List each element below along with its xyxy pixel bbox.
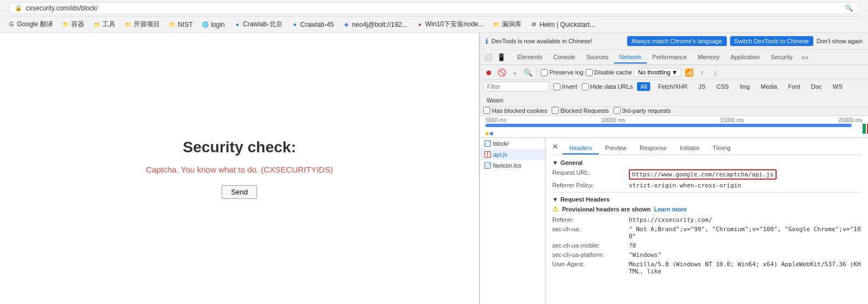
match-language-button[interactable]: Always match Chrome's language <box>627 36 727 46</box>
bookmark-helm[interactable]: ⚙ Helm | Quickstart... <box>527 19 599 30</box>
timeline-blue-bar <box>485 124 852 127</box>
collapse-req-headers-icon[interactable]: ▼ <box>552 196 558 203</box>
third-party-label[interactable]: 3rd-party requests <box>614 107 671 114</box>
preserve-log-text: Preserve log <box>549 69 583 76</box>
file-icon-error: ! <box>484 151 491 158</box>
referer-row: Referer: https://cxsecurity.com/ <box>552 215 861 225</box>
has-blocked-cookies-label[interactable]: Has blocked cookies <box>483 107 547 114</box>
record-button[interactable]: ⏺ <box>483 67 494 78</box>
tab-preview[interactable]: Preview <box>599 142 633 154</box>
filter-type-font[interactable]: Font <box>785 82 803 91</box>
bookmark-google-translate[interactable]: G Google 翻译 <box>4 18 56 31</box>
bookmark-neo4j[interactable]: ◆ neo4j@bolt://192... <box>339 19 410 30</box>
throttling-text: No throttling <box>638 69 670 76</box>
filter-type-doc[interactable]: Doc <box>808 82 825 91</box>
address-bar[interactable]: 🔒 cxsecurity.com/ids/block/ 🔍 <box>9 2 859 14</box>
filter-type-ws[interactable]: WS <box>830 82 846 91</box>
has-blocked-cookies-text: Has blocked cookies <box>492 107 547 114</box>
devtools-action-icons: ⬜ 📱 <box>482 51 507 64</box>
blocked-requests-label[interactable]: Blocked Requests <box>552 107 609 114</box>
bookmark-win10-node[interactable]: ● Win10下安装node... <box>413 18 487 31</box>
general-section-header[interactable]: ▼ General <box>552 159 861 166</box>
import-har-icon[interactable]: ↑ <box>697 67 708 78</box>
filter-type-img[interactable]: Img <box>737 82 753 91</box>
filter-type-media[interactable]: Media <box>757 82 780 91</box>
preserve-log-checkbox[interactable] <box>541 69 548 76</box>
bookmark-container[interactable]: 📁 容器 <box>59 18 88 31</box>
referrer-policy-row: Referrer Policy: strict-origin-when-cros… <box>552 181 861 190</box>
referrer-policy-label: Referrer Policy: <box>552 182 629 188</box>
device-toolbar-icon[interactable]: 📱 <box>495 51 507 64</box>
more-tabs-button[interactable]: >> <box>798 52 812 63</box>
bookmark-label: Helm | Quickstart... <box>540 21 595 28</box>
file-item-favicon[interactable]: 📄 favicon.ico <box>480 160 545 171</box>
filter-type-wasm[interactable]: Wasm <box>483 96 507 105</box>
user-agent-value: Mozilla/5.0 (Windows NT 10.0; Win64; x64… <box>629 261 861 275</box>
clear-button[interactable]: 🚫 <box>496 67 507 78</box>
invert-filter-label[interactable]: Invert <box>553 83 577 90</box>
invert-checkbox[interactable] <box>553 83 560 90</box>
learn-more-link[interactable]: Learn more <box>654 206 687 213</box>
filter-type-js[interactable]: JS <box>695 82 709 91</box>
warning-icon: ⚠ <box>552 205 559 213</box>
third-party-checkbox[interactable] <box>614 107 621 114</box>
tab-initiator[interactable]: Initiator <box>673 142 706 154</box>
section-divider <box>552 192 861 193</box>
sec-ch-ua-platform-value: "Windows" <box>629 251 662 259</box>
collapse-general-icon[interactable]: ▼ <box>552 159 558 166</box>
disable-cache-label[interactable]: Disable cache <box>586 69 632 76</box>
file-item-api-js[interactable]: ! api.js <box>480 149 545 160</box>
tab-memory[interactable]: Memory <box>692 51 725 64</box>
filter-icon-btn[interactable]: ⬦ <box>510 67 520 78</box>
tab-security[interactable]: Security <box>765 51 798 64</box>
filter-input[interactable] <box>483 82 549 91</box>
export-har-icon[interactable]: ↓ <box>710 67 721 78</box>
disable-cache-checkbox[interactable] <box>586 69 593 76</box>
request-url-row: Request URL: https://www.google.com/reca… <box>552 168 861 181</box>
bookmark-crawlab-beijing[interactable]: ● Crawlab-北京 <box>230 18 286 31</box>
filter-type-css[interactable]: CSS <box>713 82 732 91</box>
switch-to-chinese-button[interactable]: Switch DevTools to Chinese <box>730 36 813 46</box>
bookmark-tools[interactable]: 📁 工具 <box>90 18 119 31</box>
network-conditions-icon[interactable]: 📶 <box>684 67 695 78</box>
hide-data-urls-checkbox[interactable] <box>582 83 589 90</box>
tab-elements[interactable]: Elements <box>512 51 548 64</box>
tab-sources[interactable]: Sources <box>581 51 614 64</box>
helm-icon: ⚙ <box>530 21 538 28</box>
close-panel-icon[interactable]: ✕ <box>552 142 558 154</box>
filter-type-all[interactable]: All <box>637 82 650 91</box>
preserve-log-label[interactable]: Preserve log <box>541 69 583 76</box>
request-url-value: https://www.google.com/recaptcha/api.js <box>629 169 777 180</box>
request-headers-section-header[interactable]: ▼ Request Headers <box>552 196 861 203</box>
dont-show-again-button[interactable]: Don't show again <box>817 38 863 44</box>
has-blocked-cookies-checkbox[interactable] <box>483 107 490 114</box>
neo4j-icon: ◆ <box>343 21 350 28</box>
bookmark-vulndb[interactable]: 📁 漏洞库 <box>489 18 525 31</box>
file-name: block/ <box>493 140 509 147</box>
hide-data-urls-label[interactable]: Hide data URLs <box>582 83 633 90</box>
file-item-block[interactable]: 📄 block/ <box>480 138 545 149</box>
tab-application[interactable]: Application <box>725 51 766 64</box>
inspect-element-icon[interactable]: ⬜ <box>482 51 494 64</box>
filter-type-fetch-xhr[interactable]: Fetch/XHR <box>655 82 691 91</box>
tab-timing[interactable]: Timing <box>706 142 737 154</box>
bookmark-login[interactable]: 🌐 login <box>198 19 228 30</box>
bookmark-crawlab-45[interactable]: ● Crawlab-45 <box>288 19 337 30</box>
tab-performance[interactable]: Performance <box>647 51 692 64</box>
bookmark-nist[interactable]: 📁 NIST <box>165 19 196 30</box>
tab-console[interactable]: Console <box>548 51 581 64</box>
bookmark-opensource[interactable]: 📁 开源项目 <box>121 18 163 31</box>
sec-ch-ua-platform-row: sec-ch-ua-platform: "Windows" <box>552 250 861 260</box>
search-button[interactable]: 🔍 <box>523 67 534 78</box>
tab-headers[interactable]: Headers <box>563 142 599 154</box>
tab-response[interactable]: Response <box>633 142 674 154</box>
blocked-requests-text: Blocked Requests <box>560 107 609 114</box>
throttling-dropdown[interactable]: No throttling ▼ <box>634 68 681 77</box>
tab-network[interactable]: Network <box>614 51 647 64</box>
send-button[interactable]: Send <box>222 185 257 199</box>
address-text: cxsecurity.com/ids/block/ <box>26 4 98 12</box>
timeline-label-15000: 15000 ms <box>720 117 744 123</box>
blocked-requests-checkbox[interactable] <box>552 107 559 114</box>
file-name: api.js <box>493 151 507 158</box>
provisional-headers-text: Provisional headers are shown <box>562 206 651 213</box>
